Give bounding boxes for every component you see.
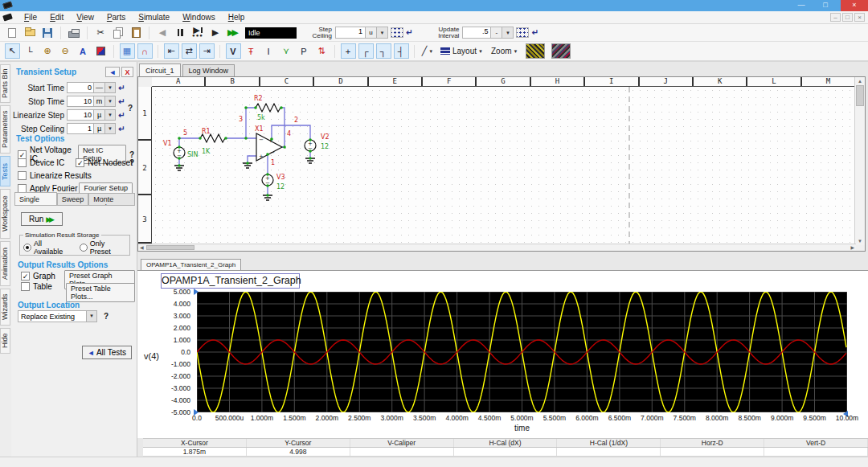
mdi-close-button[interactable]: × (854, 13, 865, 22)
linearize-step-input[interactable]: 10 (67, 109, 94, 121)
step-ceiling-unit[interactable]: u (366, 27, 377, 39)
fast-forward-button[interactable]: ▶▶ (226, 26, 240, 40)
wire-tool-button[interactable]: └ (23, 43, 38, 59)
device-ic-checkbox[interactable] (18, 158, 27, 167)
graph-checkbox[interactable]: ✓ (21, 272, 30, 281)
menu-view[interactable]: View (70, 11, 100, 24)
output-location-help-icon[interactable]: ? (104, 312, 108, 321)
step-ceiling-options-button[interactable] (391, 27, 403, 38)
zoom-in-button[interactable]: ⊕ (40, 43, 55, 59)
pin-left-button[interactable]: ⇤ (164, 43, 179, 59)
open-button[interactable] (23, 26, 37, 40)
step-ceiling-input[interactable]: 1 (335, 27, 366, 39)
schematic-preview-button[interactable] (526, 43, 545, 59)
menu-windows[interactable]: Windows (176, 11, 222, 24)
scroll-up-icon[interactable]: ▲ (858, 78, 862, 84)
stop-time-unit[interactable]: m (94, 96, 105, 107)
scroll-left-icon[interactable]: ◀ (140, 244, 144, 251)
transient-help-icon[interactable]: ? (128, 104, 133, 113)
panel-close-button[interactable]: X (121, 67, 133, 77)
pause-button[interactable] (173, 26, 187, 40)
stop-time-apply-icon[interactable]: ↵ (118, 97, 125, 106)
tab-log-window[interactable]: Log Window (182, 64, 235, 76)
linearize-step-unit[interactable]: µ (94, 109, 105, 121)
fourier-setup-button[interactable]: Fourier Setup (79, 182, 133, 194)
panel-back-button[interactable]: ◄ (105, 67, 120, 77)
snap-magnet-button[interactable]: ∩ (137, 43, 153, 59)
start-time-apply-icon[interactable]: ↵ (118, 84, 125, 92)
update-interval-apply-icon[interactable]: ↵ (531, 28, 538, 37)
start-time-unit-dropdown[interactable]: ▼ (105, 82, 116, 93)
all-tests-button[interactable]: ◄ All Tests (82, 346, 132, 359)
step-back-button[interactable]: ◀ (155, 26, 170, 40)
step-ceiling-apply-icon[interactable]: ↵ (118, 125, 125, 133)
horizontal-scrollbar[interactable]: ◀ ▶ (138, 244, 856, 251)
text-tool-button[interactable]: A (76, 43, 91, 59)
net-voltage-ic-checkbox[interactable]: ✓ (18, 150, 27, 159)
stop-time-unit-dropdown[interactable]: ▼ (105, 96, 116, 107)
voltage-differential-button[interactable]: Ŧ (244, 43, 259, 59)
linearize-step-unit-dropdown[interactable]: ▼ (105, 109, 116, 121)
sidebar-tab-wizards[interactable]: Wizards (0, 289, 10, 326)
connection-cross-button[interactable]: + (341, 43, 356, 59)
linearize-results-checkbox[interactable] (18, 171, 27, 180)
zoom-out-button[interactable]: ⊖ (58, 43, 73, 59)
sidebar-tab-tests[interactable]: Tests (0, 156, 10, 186)
save-button[interactable] (40, 26, 55, 40)
output-location-select[interactable]: Replace Existing (18, 310, 87, 322)
line-style-button[interactable]: ╱▼ (420, 43, 436, 59)
pin-center-button[interactable]: ⇄ (182, 43, 197, 59)
step-ceiling-unit-dropdown[interactable]: ▼ (105, 123, 116, 134)
update-interval-unit[interactable]: - (491, 27, 502, 39)
power-marker-button[interactable]: P (297, 43, 312, 59)
preset-table-plots-button[interactable]: Preset Table Plots... (66, 283, 135, 302)
net-ic-help-icon[interactable]: ? (129, 150, 134, 159)
cut-button[interactable]: ✂ (93, 26, 108, 40)
run-button[interactable]: Run ▶▶ (21, 212, 63, 226)
pin-right-button[interactable]: ⇥ (199, 43, 215, 59)
copy-button[interactable] (111, 26, 125, 40)
step-ceiling-input[interactable]: 1 (67, 123, 94, 134)
step-ceiling-unit[interactable]: µ (94, 123, 105, 134)
graph-preview-button[interactable] (551, 43, 571, 59)
grid-toggle-button[interactable]: ▦ (120, 43, 135, 59)
only-preset-radio[interactable] (80, 244, 88, 252)
voltage-marker-button[interactable]: V (226, 43, 241, 59)
start-time-unit[interactable]: — (94, 82, 105, 93)
cursor-marker-icon[interactable] (194, 289, 199, 295)
update-interval-options-button[interactable] (516, 27, 529, 38)
plot-area[interactable] (197, 292, 847, 412)
run-simulation-button[interactable]: ▶ (208, 26, 223, 40)
tab-circuit-1[interactable]: Circuit_1 (139, 63, 181, 76)
net-nodeset-checkbox[interactable]: ✓ (76, 158, 84, 167)
vertical-scrollbar[interactable]: ▲ ▼ (854, 77, 865, 245)
layout-menu-button[interactable]: Layout▼ (436, 47, 487, 55)
connection-corner-button[interactable]: ┌ (358, 43, 374, 59)
net-nodeset-help-icon[interactable]: ? (129, 158, 134, 167)
tab-graph[interactable]: OPAMP1A_Transient_2_Graph (141, 259, 241, 270)
menu-help[interactable]: Help (222, 11, 252, 24)
schematic-canvas[interactable]: −+ +− +− +− +− V15SINR11K3R25kX124V2121V… (152, 87, 856, 245)
connection-straight-button[interactable]: ┤ (394, 43, 409, 59)
probe-tool-button[interactable]: ⋎ (279, 43, 294, 59)
color-button[interactable] (93, 43, 108, 59)
update-interval-input[interactable]: .5 (462, 27, 491, 39)
current-marker-button[interactable]: I (261, 43, 276, 59)
select-tool-button[interactable]: ↖ (5, 43, 20, 59)
table-checkbox[interactable] (21, 282, 30, 291)
window-minimize-button[interactable]: — (791, 0, 812, 11)
menu-simulate[interactable]: Simulate (132, 11, 176, 24)
menu-file[interactable]: File (18, 11, 43, 24)
connection-step-button[interactable]: ┐ (376, 43, 391, 59)
window-maximize-button[interactable]: □ (815, 0, 836, 11)
sidebar-tab-animation[interactable]: Animation (0, 241, 10, 286)
update-interval-unit-dropdown[interactable]: ▼ (502, 27, 514, 39)
sidebar-tab-parameters[interactable]: Parameters (0, 105, 10, 154)
print-button[interactable] (67, 26, 81, 40)
step-ceiling-apply-icon[interactable]: ↵ (406, 28, 412, 37)
sidebar-tab-hide[interactable]: Hide (0, 328, 10, 354)
current-probe-button[interactable]: ⇅ (314, 43, 330, 59)
mdi-restore-button[interactable]: □ (842, 13, 853, 22)
scroll-right-icon[interactable]: ▶ (850, 244, 854, 251)
start-time-input[interactable]: 0 (67, 82, 94, 93)
